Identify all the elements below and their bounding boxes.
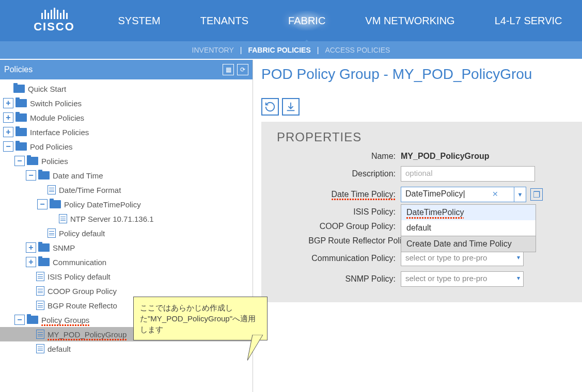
tree-module-policies[interactable]: Module Policies: [0, 110, 253, 125]
tree-interface-policies[interactable]: Interface Policies: [0, 125, 253, 139]
nav-tenants[interactable]: TENANTS: [195, 11, 254, 30]
collapse-icon[interactable]: [37, 199, 48, 209]
folder-icon: [50, 200, 61, 208]
collapse-icon[interactable]: [3, 141, 13, 152]
doc-icon: [36, 330, 44, 339]
dropdown-option[interactable]: DateTimePolicy: [401, 205, 536, 220]
refresh-icon[interactable]: ⟳: [237, 64, 248, 75]
communication-policy-label: Communication Policy:: [277, 254, 401, 263]
description-input[interactable]: optional: [401, 166, 535, 182]
collapse-icon[interactable]: [26, 170, 36, 181]
name-label: Name:: [277, 152, 401, 161]
date-time-policy-combo[interactable]: DateTimePolicy|✕ ▼ ❐ DateTimePolicy defa…: [401, 187, 543, 202]
tree-ntp-server[interactable]: NTP Server 10.71.136.1: [0, 211, 253, 226]
folder-icon: [15, 128, 27, 136]
folder-icon: [15, 142, 27, 151]
date-time-policy-label: Date Time Policy:: [277, 190, 401, 199]
nav-vm-networking[interactable]: VM NETWORKING: [360, 11, 460, 30]
tree-snmp[interactable]: SNMP: [0, 240, 253, 255]
expand-icon[interactable]: [3, 112, 13, 123]
snmp-policy-label: SNMP Policy:: [277, 274, 401, 284]
tree-policy-default[interactable]: Policy default: [0, 226, 253, 240]
nav-system[interactable]: SYSTEM: [113, 11, 166, 30]
grid-view-icon[interactable]: ▦: [223, 64, 234, 75]
page-title: POD Policy Group - MY_POD_PolicyGrou: [261, 66, 582, 83]
expand-icon[interactable]: [3, 98, 13, 108]
tree-coop-group-policy[interactable]: COOP Group Policy: [0, 284, 253, 298]
name-value: MY_POD_PolicyGroup: [401, 152, 490, 161]
tree-policies[interactable]: Policies: [0, 154, 253, 168]
refresh-button[interactable]: [261, 98, 279, 116]
tree-switch-policies[interactable]: Switch Policies: [0, 96, 253, 110]
date-time-policy-input[interactable]: DateTimePolicy|✕: [401, 187, 514, 202]
subnav-fabric-policies[interactable]: FABRIC POLICIES: [248, 46, 310, 54]
svg-marker-0: [247, 335, 263, 361]
properties-panel: PROPERTIES Name: MY_POD_PolicyGroup Desc…: [261, 122, 582, 302]
folder-icon: [27, 316, 38, 324]
tree-policy-datetimepolicy[interactable]: Policy DateTimePolicy: [0, 197, 253, 211]
logo-text: CISCO: [34, 20, 75, 34]
folder-icon: [38, 171, 50, 179]
folder-icon: [15, 113, 27, 122]
date-time-policy-dropdown: DateTimePolicy default Create Date and T…: [401, 204, 536, 252]
dropdown-create-option[interactable]: Create Date and Time Policy: [401, 236, 536, 252]
doc-icon: [36, 272, 44, 281]
tree-quick-start[interactable]: Quick Start: [0, 81, 253, 96]
coop-group-policy-label: COOP Group Policy:: [277, 222, 401, 231]
sub-nav: INVENTORY | FABRIC POLICIES | ACCESS POL…: [0, 41, 582, 60]
folder-icon: [15, 99, 27, 107]
dropdown-option[interactable]: default: [401, 220, 536, 236]
download-button[interactable]: [282, 98, 300, 116]
doc-icon: [59, 214, 67, 223]
tree-default[interactable]: default: [0, 341, 253, 356]
nav-fabric[interactable]: FABRIC: [283, 11, 331, 30]
properties-title: PROPERTIES: [277, 130, 572, 144]
cisco-logo: CISCO: [0, 8, 98, 34]
doc-icon: [36, 286, 44, 296]
nav-l4l7[interactable]: L4-L7 SERVIC: [490, 11, 568, 30]
expand-icon[interactable]: [3, 127, 13, 137]
clear-icon[interactable]: ✕: [492, 190, 498, 198]
expand-icon[interactable]: [26, 242, 36, 253]
subnav-access-policies[interactable]: ACCESS POLICIES: [325, 46, 390, 54]
doc-icon: [36, 344, 44, 353]
annotation-callout: ここではあらかじめ作成した"MY_POD_PolicyGroup"へ適用します: [133, 297, 268, 340]
tree-date-time-format[interactable]: Date/Time Format: [0, 183, 253, 197]
tree-date-and-time[interactable]: Date and Time: [0, 168, 253, 183]
content-panel: POD Policy Group - MY_POD_PolicyGrou PRO…: [253, 60, 582, 392]
bgp-route-reflector-policy-label: BGP Route Reflector Policy:: [277, 236, 417, 246]
left-panel-title: Policies: [4, 65, 33, 74]
isis-policy-label: ISIS Policy:: [277, 207, 401, 217]
tree-isis-policy-default[interactable]: ISIS Policy default: [0, 269, 253, 284]
folder-icon: [38, 258, 50, 266]
subnav-inventory[interactable]: INVENTORY: [192, 46, 234, 54]
doc-icon: [48, 185, 56, 194]
top-nav: CISCO SYSTEM TENANTS FABRIC VM NETWORKIN…: [0, 0, 582, 41]
chevron-down-icon[interactable]: ▼: [514, 187, 526, 202]
folder-icon: [38, 243, 50, 252]
expand-icon[interactable]: [26, 257, 36, 267]
collapse-icon[interactable]: [14, 315, 25, 325]
communication-policy-select[interactable]: select or type to pre-pro: [401, 251, 524, 266]
snmp-policy-select[interactable]: select or type to pre-pro: [401, 271, 524, 287]
doc-icon: [36, 301, 44, 310]
tree-pod-policies[interactable]: Pod Policies: [0, 139, 253, 154]
policy-tree: Quick Start Switch Policies Module Polic…: [0, 79, 253, 392]
folder-icon: [27, 157, 38, 165]
tree-communication[interactable]: Communication: [0, 255, 253, 269]
left-panel-header: Policies ▦ ⟳: [0, 60, 253, 79]
description-label: Description:: [277, 169, 401, 178]
left-panel: Policies ▦ ⟳ Quick Start Switch Policies…: [0, 60, 253, 392]
copy-icon[interactable]: ❐: [530, 188, 543, 201]
collapse-icon[interactable]: [14, 156, 25, 166]
folder-icon: [13, 85, 25, 93]
doc-icon: [48, 228, 56, 238]
